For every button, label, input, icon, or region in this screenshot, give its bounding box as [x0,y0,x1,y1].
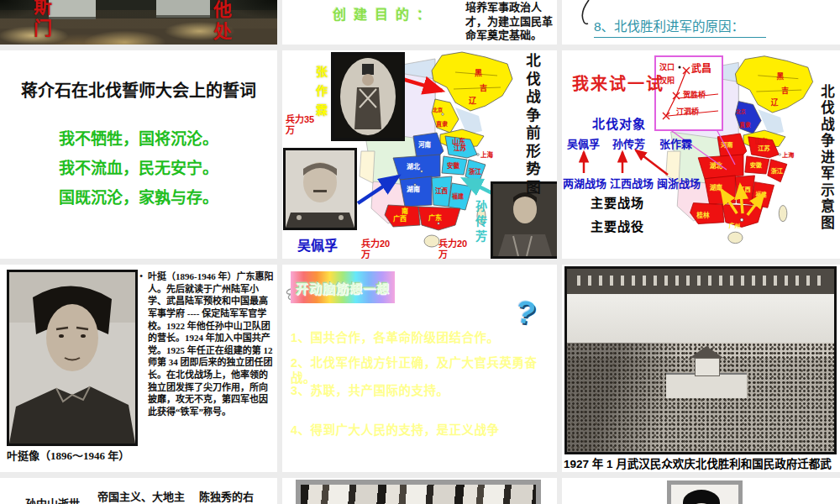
portrait-hair [683,490,720,504]
rainbow-banner: 开动脑筋想一想 [291,271,395,303]
svg-text:桂林: 桂林 [696,211,710,219]
gate-structure-right [156,0,210,18]
yeting-photo [7,270,138,446]
svg-text:广西: 广西 [393,214,407,223]
svg-text:吉: 吉 [480,83,487,92]
question-mark-icon: ? [512,293,538,332]
curly-brace-icon [575,0,596,29]
answer-2: 2、北伐军作战方针正确，及广大官兵英勇奋战。 [291,355,544,386]
svg-text:湖北: 湖北 [407,162,420,171]
zhang-zuolin-photo [331,52,405,141]
slide-prewar-map[interactable]: 黑 吉 辽 北京 直隶 山东 河南 江苏 上海 安徽 湖北 浙江 湖南 江西 福… [282,50,557,259]
svg-text:福建: 福建 [451,192,465,200]
slide-think[interactable]: 开动脑筋想一想 ? 1、国共合作，各革命阶级团结合作。 2、北伐军作战方针正确，… [282,265,557,472]
answer-1: 1、国共合作，各革命阶级团结合作。 [291,330,551,345]
wu-force-label: 兵力20万 [361,239,396,259]
oath-line-1: 我不牺牲，国将沉沦。 [0,126,277,149]
svg-text:浙江: 浙江 [469,167,481,176]
main-battlefield-label: 主要战场 [591,193,644,211]
svg-text:北京: 北京 [736,108,746,115]
slide-partial-flowchart[interactable]: 孙中山逝世 帝国主义、大地主 陈独秀的右 [0,478,277,504]
svg-text:上海: 上海 [480,150,493,159]
battlefield-jiangxi: 江西战场 [610,175,654,191]
wu-peifu-photo [283,148,357,230]
building-photo [296,480,541,504]
battlefield-minzhe: 闽浙战场 [657,175,701,191]
advance-map-title: 北伐战争进军示意图 [820,84,834,257]
wuhan-caption: 1927 年 1 月武汉民众欢庆北伐胜利和国民政府迁都武汉 [564,454,839,472]
yeting-bio-text: 叶挺（1896-1946 年）广东惠阳人。先后就读于广州陆军小学、武昌陆军预校和… [148,270,274,418]
svg-text:安徽: 安徽 [447,161,459,170]
oath-title: 蒋介石在北伐誓师大会上的誓词 [0,77,277,102]
gate-structure-left [49,0,96,19]
svg-text:江苏: 江苏 [758,144,770,152]
svg-text:江苏: 江苏 [454,144,466,152]
bullet-icon: • [139,270,148,418]
main-battles-label: 主要战役 [591,217,644,234]
targets-heading: 北伐对象 [592,114,646,132]
svg-text:北京: 北京 [433,107,443,113]
banner-characters [577,276,824,286]
battlefield-lianghu: 两湖战场 [563,175,606,191]
gate-couplet-left: 斯门 [27,0,54,40]
white-wall [666,373,747,398]
svg-text:直隶: 直隶 [436,120,448,128]
sun-chuanfang-label: 孙传芳 [472,200,489,245]
banner-title: 开动脑筋想一想 [296,279,390,297]
purpose-heading: 创建目的： [333,3,438,24]
fragment-chen-duxiu: 陈独秀的右 [199,488,254,504]
svg-text:河南: 河南 [418,140,431,149]
target-sun-chuanfang: 孙传芳 [612,135,645,151]
pavilion-body [695,358,720,376]
svg-text:吉: 吉 [781,86,789,95]
slide-wuhan-celebration[interactable]: 1927 年 1 月武汉民众欢庆北伐胜利和国民政府迁都武汉 [562,265,840,472]
svg-text:湖南: 湖南 [710,183,723,192]
svg-text:河南: 河南 [721,141,732,149]
answer-3: 3、苏联，共产国际的支持。 [291,383,551,398]
portrait-sketch [667,480,743,504]
svg-text:南: 南 [402,207,408,215]
slide-grid-page: 斯门 他处 创建目的： 培养军事政治人才，为建立国民革命军奠定基础。 8、北伐胜… [0,0,840,504]
slide-partial-photo[interactable] [282,478,557,504]
answer-4: 4、得到广大人民的支持，是正义战争 [291,423,551,438]
svg-text:黑: 黑 [475,69,482,77]
svg-text:广州: 广州 [729,222,741,229]
svg-text:辽: 辽 [771,97,779,107]
oath-line-2: 我不流血，民无安宁。 [0,155,277,178]
gate-couplet-right: 他处 [207,0,234,44]
svg-text:直隶: 直隶 [739,121,751,129]
svg-text:广东: 广东 [428,213,442,222]
fragment-imperialism: 帝国主义、大地主 [97,488,185,504]
reasons-heading: 8、北伐胜利进军的原因： [594,16,766,38]
svg-text:辽: 辽 [469,96,477,105]
wuhan-crowd-photo [564,266,837,454]
zhang-force-label: 兵力35万 [286,114,321,135]
svg-text:湖南: 湖南 [407,185,420,193]
svg-text:上海: 上海 [782,151,795,159]
wu-peifu-label: 吴佩孚 [297,234,338,255]
yeting-caption: 叶挺像（1896～1946 年） [7,447,129,463]
fragment-sun-yatsen: 孙中山逝世 [25,495,80,504]
sky-band [567,294,834,343]
purpose-body: 培养军事政治人才，为建立国民革命军奠定基础。 [465,1,557,43]
target-zhang-zuolin: 张作霖 [659,135,692,151]
try-heading: 我来试一试 [572,71,664,95]
slide-academy-purpose[interactable]: 创建目的： 培养军事政治人才，为建立国民革命军奠定基础。 [282,0,557,45]
prewar-map-title: 北伐战争前形势图 [524,53,539,238]
slide-chiang-oath[interactable]: 蒋介石在北伐誓师大会上的誓词 我不牺牲，国将沉沦。 我不流血，民无安宁。 国既沉… [0,50,277,259]
pavilion-roof [690,346,723,358]
svg-text:安徽: 安徽 [750,161,763,169]
target-wu-peifu: 吴佩孚 [567,135,600,151]
slide-gate-photo[interactable]: 斯门 他处 [0,0,277,45]
slide-advance-map[interactable]: 黑 吉 辽 北京 直隶 山东 河南 江苏 上海 安徽 湖北 浙江 湖南 江西 福… [562,50,840,259]
slide-yeting[interactable]: 叶挺像（1896～1946 年） • 叶挺（1896-1946 年）广东惠阳人。… [0,265,277,472]
slide-victory-reasons[interactable]: 8、北伐胜利进军的原因： [562,0,840,45]
svg-text:黑: 黑 [776,72,784,81]
yeting-bio-block: • 叶挺（1896-1946 年）广东惠阳人。先后就读于广州陆军小学、武昌陆军预… [139,270,274,418]
sun-force-label: 兵力20万 [438,239,474,259]
svg-text:浙江: 浙江 [771,167,784,175]
svg-text:湖北: 湖北 [710,161,723,170]
oath-line-3: 国既沉沦，家孰与存。 [0,185,277,207]
slide-partial-portrait[interactable] [562,478,840,504]
